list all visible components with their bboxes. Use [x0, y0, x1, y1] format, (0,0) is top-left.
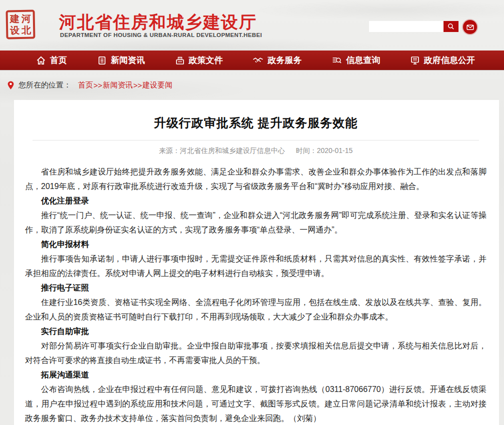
mail-button[interactable] — [463, 20, 477, 34]
breadcrumb-separator: >> — [134, 81, 142, 90]
search-input[interactable] — [369, 21, 444, 32]
article-body: 省住房和城乡建设厅始终把提升政务服务效能、满足企业和群众办事需求、改善企业和群众… — [25, 164, 486, 425]
info-search-icon — [332, 56, 342, 66]
nav-label: 新闻资讯 — [111, 54, 145, 66]
article-paragraph: 推行事项告知承诺制，申请人进行事项申报时，无需提交证件原件和纸质材料，只需其对信… — [25, 252, 486, 280]
article-source: 来源：河北省住房和城乡建设厅信息中心 — [159, 146, 285, 154]
magnifier-icon — [447, 22, 455, 30]
nav-item-policy[interactable]: 政策文件 — [175, 54, 223, 66]
page: 建 河 设 北 河北省住房和城乡建设厅 DEPARTMENT OF HOUSIN… — [0, 0, 504, 425]
nav-item-services[interactable]: 政务服务 — [252, 54, 302, 66]
info-disclosure-icon — [410, 56, 420, 66]
article-paragraph: 推行“统一门户、统一认证、统一申报、统一查询”，企业和群众进入“河北政务服务网”… — [25, 208, 486, 237]
article-subheading: 优化注册登录 — [25, 194, 486, 208]
nav-label: 政务服务 — [268, 54, 302, 66]
envelope-icon — [466, 23, 474, 32]
article-panel: 升级行政审批系统 提升政务服务效能 来源：河北省住房和城乡建设厅信息中心时间：2… — [14, 100, 499, 425]
nav-item-home[interactable]: 首页 — [36, 54, 67, 66]
article-meta: 来源：河北省住房和城乡建设厅信息中心时间：2020-01-15 — [32, 140, 479, 156]
breadcrumb-link-home[interactable]: 首页 — [78, 80, 93, 90]
article-subheading: 推行电子证照 — [25, 280, 486, 295]
article-subheading: 拓展沟通渠道 — [25, 368, 486, 382]
search-button[interactable] — [444, 21, 458, 32]
nav-label: 信息查询 — [346, 54, 380, 66]
seal-char: 北 — [20, 24, 32, 36]
location-pin-icon — [6, 80, 15, 90]
main-nav: 首页 新闻资讯 政策文件 政务服务 信息查询 — [0, 50, 504, 70]
nav-item-news[interactable]: 新闻资讯 — [97, 54, 145, 66]
nav-item-query[interactable]: 信息查询 — [332, 54, 380, 66]
handshake-icon — [252, 56, 264, 66]
article-time: 时间：2020-01-15 — [296, 146, 353, 154]
seal-char: 河 — [20, 13, 32, 24]
site-logo-seal: 建 河 设 北 — [6, 10, 35, 39]
seal-char: 建 — [9, 13, 20, 24]
breadcrumb-separator: >> — [94, 81, 102, 90]
nav-item-disclosure[interactable]: 政府信息公开 — [410, 54, 475, 66]
article-subheading: 实行自助审批 — [25, 324, 486, 338]
article-paragraph: 省住房和城乡建设厅始终把提升政务服务效能、满足企业和群众办事需求、改善企业和群众… — [25, 164, 486, 194]
article-paragraph: 住建行业16类资质、资格证书实现全网络、全流程电子化闭环管理与应用，包括在线生成… — [25, 295, 486, 324]
breadcrumb: 您所在的位置： 首页 >> 新闻资讯 >> 建设要闻 — [0, 70, 504, 100]
breadcrumb-link-news[interactable]: 新闻资讯 — [103, 80, 133, 90]
article-title: 升级行政审批系统 提升政务服务效能 — [25, 115, 486, 131]
article-paragraph: 对部分简易许可事项实行企业自助审批。企业申报自助审批事项，按要求填报相关信息后提… — [25, 338, 486, 368]
breadcrumb-label: 您所在的位置： — [18, 80, 71, 90]
site-subtitle: DEPARTMENT OF HOUSING & URBAN-RURAL DEVE… — [60, 32, 262, 38]
site-header: 建 河 设 北 河北省住房和城乡建设厅 DEPARTMENT OF HOUSIN… — [0, 0, 504, 50]
policy-document-icon — [175, 56, 185, 66]
article-subheading: 简化申报材料 — [25, 237, 486, 252]
home-icon — [36, 56, 46, 66]
nav-label: 政府信息公开 — [424, 54, 475, 66]
nav-label: 政策文件 — [189, 54, 223, 66]
nav-label: 首页 — [50, 54, 67, 66]
site-title: 河北省住房和城乡建设厅 — [59, 11, 257, 34]
breadcrumb-link-section[interactable]: 建设要闻 — [142, 80, 172, 90]
article-paragraph: 公布咨询热线，企业在申报过程中有任何问题、意见和建议，可拨打咨询热线（0311-… — [25, 382, 486, 425]
seal-char: 设 — [9, 24, 20, 36]
news-icon — [97, 56, 107, 66]
